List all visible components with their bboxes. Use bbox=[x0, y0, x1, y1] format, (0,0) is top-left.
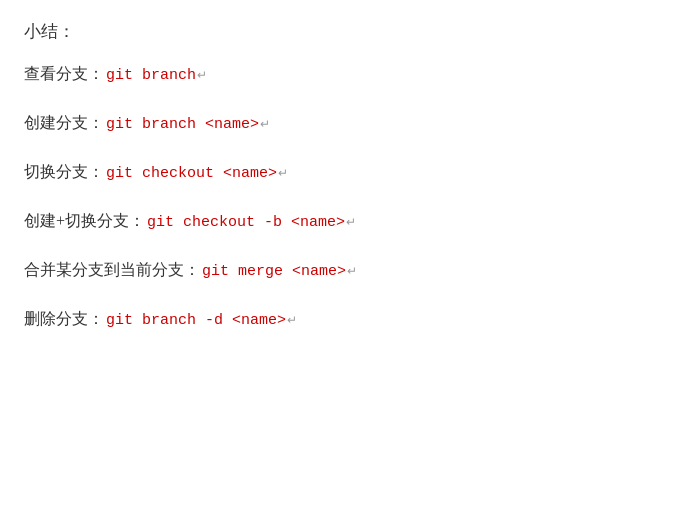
command-text-switch-branch: git checkout <name> bbox=[106, 162, 277, 186]
command-text-view-branch: git branch bbox=[106, 64, 196, 88]
label-switch-branch: 切换分支： bbox=[24, 159, 104, 185]
command-text-create-branch: git branch <name> bbox=[106, 113, 259, 137]
label-create-branch: 创建分支： bbox=[24, 110, 104, 136]
label-merge-branch: 合并某分支到当前分支： bbox=[24, 257, 200, 283]
command-text-merge-branch: git merge <name> bbox=[202, 260, 346, 284]
command-line-delete-branch: 删除分支：git branch -d <name>↵ bbox=[24, 306, 670, 333]
return-mark-merge-branch: ↵ bbox=[347, 262, 357, 281]
command-line-merge-branch: 合并某分支到当前分支：git merge <name>↵ bbox=[24, 257, 670, 284]
label-delete-branch: 删除分支： bbox=[24, 306, 104, 332]
return-mark-delete-branch: ↵ bbox=[287, 311, 297, 330]
return-mark-view-branch: ↵ bbox=[197, 66, 207, 85]
return-mark-create-branch: ↵ bbox=[260, 115, 270, 134]
command-line-view-branch: 查看分支：git branch↵ bbox=[24, 61, 670, 88]
page-title: 小结： bbox=[24, 20, 670, 43]
return-mark-switch-branch: ↵ bbox=[278, 164, 288, 183]
command-line-create-switch-branch: 创建+切换分支：git checkout -b <name>↵ bbox=[24, 208, 670, 235]
commands-list: 查看分支：git branch↵创建分支：git branch <name>↵切… bbox=[24, 61, 670, 333]
command-text-create-switch-branch: git checkout -b <name> bbox=[147, 211, 345, 235]
label-view-branch: 查看分支： bbox=[24, 61, 104, 87]
return-mark-create-switch-branch: ↵ bbox=[346, 213, 356, 232]
label-create-switch-branch: 创建+切换分支： bbox=[24, 208, 145, 234]
command-line-switch-branch: 切换分支：git checkout <name>↵ bbox=[24, 159, 670, 186]
command-line-create-branch: 创建分支：git branch <name>↵ bbox=[24, 110, 670, 137]
command-text-delete-branch: git branch -d <name> bbox=[106, 309, 286, 333]
